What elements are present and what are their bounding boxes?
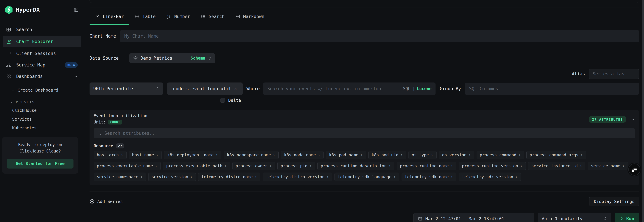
sidebar-item-chart-explorer[interactable]: Chart Explorer (3, 36, 81, 47)
attribute-tag[interactable]: k8s.pod.uid› (368, 151, 406, 159)
attribute-tag-label: host.name (132, 153, 154, 157)
granularity-select[interactable]: Auto Granularity (538, 213, 611, 222)
metric-tag[interactable]: nodejs.event_loop.util ✕ (167, 82, 242, 95)
number-123-icon: 123 (166, 14, 171, 19)
chevron-right-icon: › (216, 153, 218, 157)
add-series-button[interactable]: Add Series (90, 199, 123, 204)
schema-link[interactable]: Schema (190, 56, 205, 61)
delta-checkbox[interactable] (220, 98, 225, 103)
aggregation-value: 90th Percentile (93, 86, 133, 91)
attribute-tag[interactable]: k8s.deployment.name› (164, 151, 221, 159)
attribute-tag-label: telemetry.distro.name (202, 175, 252, 179)
attribute-tag[interactable]: host.name› (129, 151, 162, 159)
attribute-tag-label: service.instance.id (531, 164, 578, 168)
laptop-icon (6, 51, 11, 56)
preset-services[interactable]: Services (12, 117, 84, 122)
attribute-tag[interactable]: service.name› (588, 162, 628, 170)
run-button[interactable]: Run (615, 213, 639, 222)
series-row: 90th Percentile nodejs.event_loop.util ✕… (90, 82, 639, 95)
attribute-search-input[interactable] (94, 128, 635, 138)
attribute-tag-label: os.version (442, 153, 466, 157)
sidebar-item-search[interactable]: Search (3, 24, 81, 35)
attribute-tag-label: host.arch (97, 153, 119, 157)
attribute-tag[interactable]: service.instance.id› (528, 162, 586, 170)
tab-number[interactable]: 123 Number (161, 14, 196, 24)
lucene-option[interactable]: Lucene (417, 86, 432, 91)
preset-kubernetes[interactable]: Kubernetes (12, 126, 84, 130)
layers-icon (133, 56, 138, 61)
attribute-tag[interactable]: k8s.namespace.name› (224, 151, 278, 159)
presets-toggle[interactable]: PRESETS (10, 100, 84, 104)
attribute-tag[interactable]: process.runtime.version› (459, 162, 526, 170)
preset-clickhouse[interactable]: ClickHouse (12, 108, 84, 113)
attribute-tag[interactable]: telemetry.sdk.name› (402, 173, 456, 181)
brand-title: HyperDX (16, 6, 40, 13)
attribute-tag[interactable]: process.runtime.name› (397, 162, 456, 170)
tab-line-bar[interactable]: Line/Bar (90, 14, 129, 24)
tab-search[interactable]: Search (196, 14, 230, 24)
network-nodes-icon (6, 62, 11, 67)
attribute-tag[interactable]: service.namespace› (94, 173, 146, 181)
tab-table[interactable]: Table (129, 14, 161, 24)
attribute-tag[interactable]: telemetry.sdk.language› (334, 173, 399, 181)
attribute-tag[interactable]: telemetry.sdk.version› (459, 173, 521, 181)
attribute-tag[interactable]: os.type› (408, 151, 436, 159)
attribute-tag[interactable]: telemetry.distro.version› (263, 173, 332, 181)
time-range-picker[interactable]: Mar 2 12:47:01 - Mar 2 13:47:01 (414, 213, 534, 222)
attribute-tag-label: service.name (591, 164, 620, 168)
sidebar-item-label: Search (16, 27, 32, 32)
delta-label: Delta (228, 98, 241, 103)
tab-markdown[interactable]: Markdown (230, 14, 270, 24)
chevron-right-icon: › (360, 153, 363, 157)
sidebar-item-service-map[interactable]: Service Map BETA (3, 60, 81, 70)
attribute-tag[interactable]: process.executable.path› (163, 162, 230, 170)
attribute-tag-list: host.arch›host.name›k8s.deployment.name›… (94, 151, 635, 181)
metric-description: Event loop utilization (94, 114, 147, 118)
attribute-tag[interactable]: service.version› (148, 173, 196, 181)
attribute-tag-label: k8s.pod.name (329, 153, 358, 157)
data-source-select[interactable]: Demo Metrics Schema (130, 53, 215, 63)
attribute-tag[interactable]: host.arch› (94, 151, 126, 159)
markdown-icon (235, 14, 240, 19)
attribute-tag[interactable]: process.pid› (278, 162, 315, 170)
sidebar-item-label: Dashboards (16, 74, 43, 79)
chevron-right-icon: › (431, 153, 433, 157)
query-language-toggle[interactable]: SQL | Lucene (403, 86, 432, 91)
attribute-tag[interactable]: telemetry.distro.name› (198, 173, 260, 181)
close-icon[interactable]: ✕ (234, 86, 237, 91)
sidebar-item-client-sessions[interactable]: Client Sessions (3, 48, 81, 59)
divider (90, 7, 639, 7)
series-alias-input[interactable] (589, 69, 639, 79)
sidebar-item-label: Chart Explorer (16, 39, 53, 44)
attribute-tag[interactable]: os.version› (439, 151, 474, 159)
collapse-panel-icon[interactable] (631, 117, 635, 122)
create-dashboard-button[interactable]: Create Dashboard (11, 88, 84, 93)
attribute-tag-label: process.command (480, 153, 516, 157)
scrollbar-thumb[interactable] (642, 0, 644, 222)
sidebar-collapse-icon[interactable] (74, 7, 79, 12)
attribute-tag[interactable]: k8s.node.name› (281, 151, 324, 159)
attribute-tag[interactable]: process.owner› (232, 162, 275, 170)
where-search-input[interactable] (267, 86, 403, 91)
promo-text: Ready to deploy on ClickHouse Cloud? (7, 142, 74, 154)
attribute-tag[interactable]: process.command› (476, 151, 524, 159)
get-started-button[interactable]: Get Started for Free (7, 159, 74, 169)
sidebar: HyperDX Search Chart Explorer Client Ses… (0, 0, 84, 222)
search-icon (97, 131, 102, 136)
alias-label: Alias (572, 71, 585, 76)
chevron-right-icon: › (224, 164, 227, 168)
group-by-input[interactable] (465, 83, 639, 95)
aggregation-select[interactable]: 90th Percentile (90, 82, 163, 95)
sql-option[interactable]: SQL (403, 86, 410, 91)
changelog-feed-icon (631, 167, 638, 173)
chevron-up-icon (74, 75, 78, 78)
calendar-icon (418, 217, 422, 221)
chart-name-input[interactable] (120, 30, 639, 42)
sidebar-item-dashboards[interactable]: Dashboards (3, 71, 81, 82)
attribute-tag[interactable]: process.command_args› (526, 151, 586, 159)
attribute-tag[interactable]: process.executable.name› (94, 162, 161, 170)
display-settings-button[interactable]: Display Settings (589, 197, 639, 206)
attribute-tag[interactable]: k8s.pod.name› (326, 151, 366, 159)
attribute-tag[interactable]: process.runtime.description› (318, 162, 394, 170)
floating-widget-button[interactable] (629, 164, 640, 175)
